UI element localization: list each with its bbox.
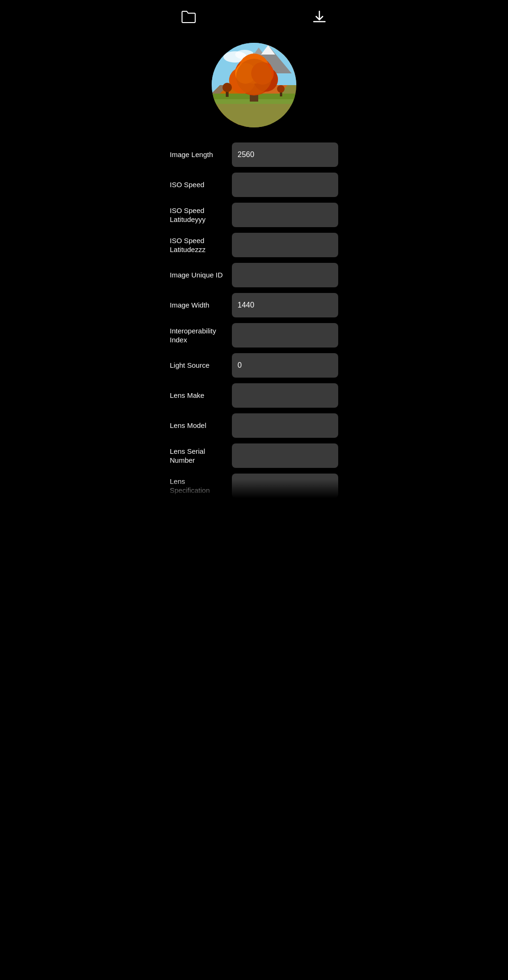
field-label-image-unique-id: Image Unique ID <box>170 270 226 280</box>
field-label-interoperability-index: Interoperability Index <box>170 326 226 345</box>
field-input-image-unique-id[interactable] <box>232 263 338 287</box>
field-input-lens-serial-number[interactable] <box>232 443 338 468</box>
field-label-iso-speed-latitudeyyy: ISO Speed Latitudeyyy <box>170 206 226 224</box>
field-row-lens-model: Lens Model <box>170 413 338 438</box>
field-row-lens-specification: Lens Specification <box>170 474 338 498</box>
field-input-lens-specification[interactable] <box>232 474 338 498</box>
image-container <box>162 35 346 142</box>
field-label-lens-make: Lens Make <box>170 391 226 400</box>
fields-container: Image LengthISO SpeedISO Speed Latitudey… <box>162 142 346 498</box>
field-row-iso-speed: ISO Speed <box>170 173 338 197</box>
field-row-image-unique-id: Image Unique ID <box>170 263 338 287</box>
field-row-interoperability-index: Interoperability Index <box>170 323 338 348</box>
download-icon[interactable] <box>312 9 327 28</box>
field-label-light-source: Light Source <box>170 361 226 370</box>
svg-point-17 <box>236 59 272 95</box>
toolbar <box>162 0 346 35</box>
field-label-image-length: Image Length <box>170 150 226 159</box>
field-input-light-source[interactable] <box>232 353 338 378</box>
field-row-image-length: Image Length <box>170 142 338 167</box>
field-input-interoperability-index[interactable] <box>232 323 338 348</box>
field-row-iso-speed-latitudeyyy: ISO Speed Latitudeyyy <box>170 203 338 227</box>
field-label-image-width: Image Width <box>170 300 226 310</box>
field-label-lens-specification: Lens Specification <box>170 477 226 495</box>
field-label-iso-speed: ISO Speed <box>170 180 226 190</box>
field-input-lens-model[interactable] <box>232 413 338 438</box>
field-input-iso-speed-latitudeyyy[interactable] <box>232 203 338 227</box>
field-label-iso-speed-latitudezzz: ISO Speed Latitudezzz <box>170 236 226 254</box>
field-row-lens-serial-number: Lens Serial Number <box>170 443 338 468</box>
svg-point-19 <box>222 83 232 92</box>
field-row-image-width: Image Width <box>170 293 338 317</box>
field-input-lens-make[interactable] <box>232 383 338 408</box>
field-row-light-source: Light Source <box>170 353 338 378</box>
folder-icon[interactable] <box>181 10 196 27</box>
svg-point-21 <box>277 85 285 93</box>
field-input-iso-speed-latitudezzz[interactable] <box>232 233 338 257</box>
field-input-image-width[interactable] <box>232 293 338 317</box>
field-row-iso-speed-latitudezzz: ISO Speed Latitudezzz <box>170 233 338 257</box>
field-label-lens-model: Lens Model <box>170 421 226 430</box>
image-preview[interactable] <box>212 43 296 127</box>
field-input-image-length[interactable] <box>232 142 338 167</box>
field-row-lens-make: Lens Make <box>170 383 338 408</box>
field-label-lens-serial-number: Lens Serial Number <box>170 447 226 465</box>
field-input-iso-speed[interactable] <box>232 173 338 197</box>
